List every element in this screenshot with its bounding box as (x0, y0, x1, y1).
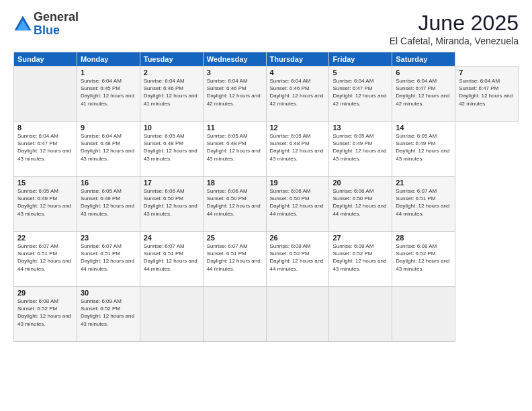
table-row: 2Sunrise: 6:04 AMSunset: 6:46 PMDaylight… (140, 66, 203, 122)
day-info: Sunrise: 6:04 AMSunset: 6:46 PMDaylight:… (207, 77, 263, 107)
day-info: Sunrise: 6:07 AMSunset: 6:51 PMDaylight:… (396, 187, 451, 218)
logo-general-text: General (34, 10, 79, 24)
day-info: Sunrise: 6:04 AMSunset: 6:46 PMDaylight:… (270, 77, 326, 107)
day-info: Sunrise: 6:04 AMSunset: 6:47 PMDaylight:… (459, 77, 515, 107)
table-row: 25Sunrise: 6:07 AMSunset: 6:51 PMDayligh… (203, 232, 266, 287)
table-row: 10Sunrise: 6:05 AMSunset: 6:48 PMDayligh… (140, 122, 203, 177)
day-number: 10 (144, 124, 200, 132)
table-row: 17Sunrise: 6:06 AMSunset: 6:50 PMDayligh… (140, 177, 203, 232)
day-number: 27 (332, 234, 388, 242)
day-number: 23 (81, 234, 136, 242)
calendar-subtitle: El Cafetal, Miranda, Venezuela (390, 36, 519, 46)
day-number: 28 (396, 234, 451, 242)
day-info: Sunrise: 6:05 AMSunset: 6:48 PMDaylight:… (207, 132, 263, 163)
table-row: 5Sunrise: 6:04 AMSunset: 6:47 PMDaylight… (329, 66, 392, 122)
day-info: Sunrise: 6:04 AMSunset: 6:47 PMDaylight:… (332, 77, 388, 107)
table-row (203, 287, 266, 342)
day-info: Sunrise: 6:07 AMSunset: 6:51 PMDaylight:… (17, 242, 73, 273)
col-tuesday: Tuesday (140, 52, 203, 66)
table-row: 9Sunrise: 6:04 AMSunset: 6:48 PMDaylight… (77, 122, 140, 177)
table-row: 4Sunrise: 6:04 AMSunset: 6:46 PMDaylight… (266, 66, 329, 122)
day-info: Sunrise: 6:07 AMSunset: 6:51 PMDaylight:… (81, 242, 136, 273)
calendar-week-row: 15Sunrise: 6:05 AMSunset: 6:49 PMDayligh… (14, 177, 519, 232)
logo-blue-text: Blue (34, 24, 60, 37)
title-block: June 2025 El Cafetal, Miranda, Venezuela (390, 11, 519, 46)
day-number: 26 (270, 234, 326, 242)
day-info: Sunrise: 6:06 AMSunset: 6:50 PMDaylight:… (332, 187, 388, 218)
table-row: 29Sunrise: 6:08 AMSunset: 6:52 PMDayligh… (14, 287, 77, 342)
day-number: 5 (332, 68, 388, 77)
day-number: 13 (332, 124, 388, 132)
day-info: Sunrise: 6:08 AMSunset: 6:52 PMDaylight:… (396, 242, 451, 273)
day-info: Sunrise: 6:05 AMSunset: 6:49 PMDaylight:… (17, 187, 73, 218)
day-info: Sunrise: 6:05 AMSunset: 6:48 PMDaylight:… (270, 132, 326, 163)
day-info: Sunrise: 6:05 AMSunset: 6:49 PMDaylight:… (396, 132, 451, 163)
day-info: Sunrise: 6:06 AMSunset: 6:50 PMDaylight:… (270, 187, 326, 218)
day-number: 1 (81, 68, 136, 77)
day-number: 16 (81, 179, 136, 187)
col-wednesday: Wednesday (203, 52, 266, 66)
table-row: 8Sunrise: 6:04 AMSunset: 6:47 PMDaylight… (14, 122, 77, 177)
table-row: 21Sunrise: 6:07 AMSunset: 6:51 PMDayligh… (392, 177, 455, 232)
table-row: 26Sunrise: 6:08 AMSunset: 6:52 PMDayligh… (266, 232, 329, 287)
day-number: 20 (332, 179, 388, 187)
day-info: Sunrise: 6:07 AMSunset: 6:51 PMDaylight:… (144, 242, 200, 273)
day-number: 12 (270, 124, 326, 132)
table-row (392, 287, 455, 342)
table-row (140, 287, 203, 342)
day-number: 18 (207, 179, 263, 187)
table-row: 22Sunrise: 6:07 AMSunset: 6:51 PMDayligh… (14, 232, 77, 287)
calendar-week-row: 29Sunrise: 6:08 AMSunset: 6:52 PMDayligh… (14, 287, 519, 342)
col-thursday: Thursday (266, 52, 329, 66)
page: General Blue June 2025 El Cafetal, Miran… (0, 0, 532, 411)
table-row: 24Sunrise: 6:07 AMSunset: 6:51 PMDayligh… (140, 232, 203, 287)
day-number: 17 (144, 179, 200, 187)
table-row: 12Sunrise: 6:05 AMSunset: 6:48 PMDayligh… (266, 122, 329, 177)
day-number: 3 (207, 68, 263, 77)
day-info: Sunrise: 6:04 AMSunset: 6:47 PMDaylight:… (396, 77, 451, 107)
table-row: 14Sunrise: 6:05 AMSunset: 6:49 PMDayligh… (392, 122, 455, 177)
table-row: 23Sunrise: 6:07 AMSunset: 6:51 PMDayligh… (77, 232, 140, 287)
day-number: 15 (17, 179, 73, 187)
table-row: 7Sunrise: 6:04 AMSunset: 6:47 PMDaylight… (455, 66, 519, 122)
col-sunday: Sunday (14, 52, 77, 66)
day-info: Sunrise: 6:06 AMSunset: 6:50 PMDaylight:… (207, 187, 263, 218)
table-row: 19Sunrise: 6:06 AMSunset: 6:50 PMDayligh… (266, 177, 329, 232)
day-number: 14 (396, 124, 451, 132)
day-number: 8 (17, 124, 73, 132)
calendar-week-row: 22Sunrise: 6:07 AMSunset: 6:51 PMDayligh… (14, 232, 519, 287)
day-info: Sunrise: 6:04 AMSunset: 6:48 PMDaylight:… (81, 132, 136, 163)
day-number: 22 (17, 234, 73, 242)
day-info: Sunrise: 6:05 AMSunset: 6:48 PMDaylight:… (144, 132, 200, 163)
day-number: 30 (81, 289, 136, 297)
calendar-title: June 2025 (390, 11, 519, 36)
day-number: 7 (459, 68, 515, 77)
day-info: Sunrise: 6:06 AMSunset: 6:50 PMDaylight:… (144, 187, 200, 218)
table-row: 28Sunrise: 6:08 AMSunset: 6:52 PMDayligh… (392, 232, 455, 287)
day-info: Sunrise: 6:08 AMSunset: 6:52 PMDaylight:… (270, 242, 326, 273)
table-row: 6Sunrise: 6:04 AMSunset: 6:47 PMDaylight… (392, 66, 455, 122)
day-number: 25 (207, 234, 263, 242)
day-number: 29 (17, 289, 73, 297)
table-row: 3Sunrise: 6:04 AMSunset: 6:46 PMDaylight… (203, 66, 266, 122)
calendar-week-row: 8Sunrise: 6:04 AMSunset: 6:47 PMDaylight… (14, 122, 519, 177)
table-row: 16Sunrise: 6:05 AMSunset: 6:49 PMDayligh… (77, 177, 140, 232)
col-monday: Monday (77, 52, 140, 66)
calendar-header-row: Sunday Monday Tuesday Wednesday Thursday… (14, 52, 519, 66)
day-number: 24 (144, 234, 200, 242)
day-number: 19 (270, 179, 326, 187)
table-row: 30Sunrise: 6:09 AMSunset: 6:52 PMDayligh… (77, 287, 140, 342)
table-row: 18Sunrise: 6:06 AMSunset: 6:50 PMDayligh… (203, 177, 266, 232)
day-info: Sunrise: 6:09 AMSunset: 6:52 PMDaylight:… (81, 298, 136, 328)
logo: General Blue (13, 11, 79, 38)
day-number: 6 (396, 68, 451, 77)
day-info: Sunrise: 6:08 AMSunset: 6:52 PMDaylight:… (17, 298, 73, 328)
table-row: 1Sunrise: 6:04 AMSunset: 6:45 PMDaylight… (77, 66, 140, 122)
col-friday: Friday (329, 52, 392, 66)
day-info: Sunrise: 6:05 AMSunset: 6:49 PMDaylight:… (332, 132, 388, 163)
day-info: Sunrise: 6:07 AMSunset: 6:51 PMDaylight:… (207, 242, 263, 273)
calendar-table: Sunday Monday Tuesday Wednesday Thursday… (13, 52, 519, 342)
day-info: Sunrise: 6:04 AMSunset: 6:47 PMDaylight:… (17, 132, 73, 163)
day-info: Sunrise: 6:08 AMSunset: 6:52 PMDaylight:… (332, 242, 388, 273)
table-row: 13Sunrise: 6:05 AMSunset: 6:49 PMDayligh… (329, 122, 392, 177)
